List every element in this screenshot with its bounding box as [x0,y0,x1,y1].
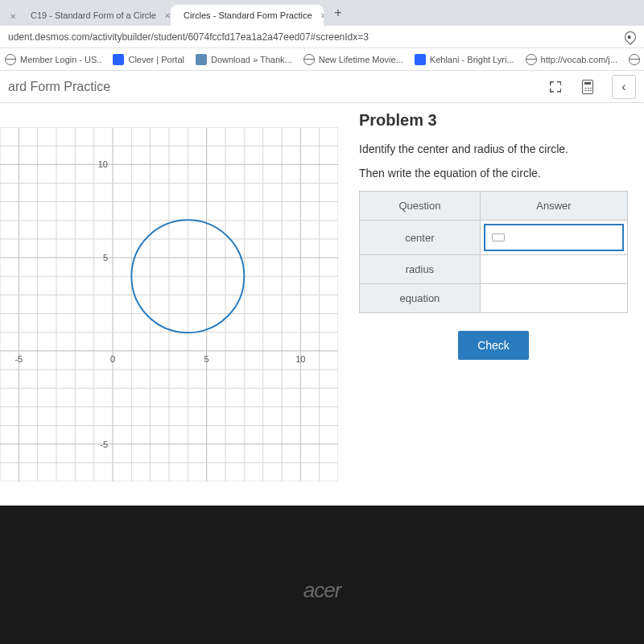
prev-screen-button[interactable]: ‹ [612,75,636,99]
bookmark-item[interactable]: Download » Thank... [196,54,292,65]
bookmark-item[interactable]: Kehlani - Bright Lyri... [415,54,514,65]
check-button[interactable]: Check [458,331,529,360]
bookmarks-bar: Member Login - US.. Clever | Portal Down… [0,48,644,71]
browser-tab-0[interactable]: C19 - Standard Form of a Circle ✕ [18,5,171,26]
globe-icon [629,54,640,65]
svg-text:10: 10 [98,159,108,169]
bookmark-item[interactable]: http://vocab.com/j... [526,54,617,65]
bookmark-item[interactable]: Clever | Portal [113,54,184,65]
calculator-button[interactable] [580,79,596,95]
fullscreen-button[interactable] [547,79,564,95]
svg-text:10: 10 [295,354,305,364]
table-row: radius [360,255,628,284]
download-icon [196,54,207,65]
svg-text:-5: -5 [14,354,23,364]
close-icon[interactable]: ✕ [10,12,16,21]
bookmark-item[interactable]: New Lifetime Movie... [303,54,403,65]
browser-tab-partial[interactable]: ✕ [3,7,18,26]
browser-tab-strip: ✕ C19 - Standard Form of a Circle ✕ Circ… [0,0,644,26]
activity-title: ard Form Practice [8,80,110,94]
problem-title: Problem 3 [359,111,628,130]
clever-icon [113,54,124,65]
laptop-brand: acer [303,578,341,603]
bookmark-label: New Lifetime Movie... [319,55,403,64]
svg-text:-5: -5 [100,440,108,449]
coordinate-grid: -50510-5510 [0,127,338,481]
bookmark-item[interactable]: Member Login - US.. [5,54,101,65]
chevron-left-icon: ‹ [621,80,625,94]
new-tab-button[interactable]: + [328,3,348,23]
table-row: center [360,221,628,255]
col-question-header: Question [360,192,481,221]
location-icon[interactable] [622,29,638,45]
col-answer-header: Answer [480,192,627,221]
laptop-bezel: acer [0,506,644,644]
fullscreen-icon [550,81,561,93]
globe-icon [526,54,537,65]
svg-text:0: 0 [110,354,115,364]
az-icon [415,54,426,65]
globe-icon [5,54,16,65]
globe-icon [303,54,315,65]
row-label-equation: equation [360,284,481,313]
url-text: udent.desmos.com/activitybuilder/student… [8,31,618,43]
bookmark-label: Download » Thank... [211,55,292,64]
center-input[interactable] [484,224,624,251]
answer-cell-radius[interactable] [480,255,627,284]
svg-text:5: 5 [204,354,209,364]
row-label-center: center [360,221,481,255]
problem-instruction-1: Identify the center and radius of the ci… [359,142,628,155]
close-icon[interactable]: ✕ [320,11,324,20]
answer-cell-equation[interactable] [480,284,627,313]
app-header: ard Form Practice ‹ [0,71,644,103]
problem-instruction-2: Then write the equation of the circle. [359,167,628,180]
bookmark-label: Kehlani - Bright Lyri... [430,55,514,64]
tab-title: C19 - Standard Form of a Circle [31,10,156,20]
problem-pane: Problem 3 Identify the center and radius… [338,103,644,506]
svg-text:5: 5 [103,253,108,262]
browser-tab-1[interactable]: Circles - Standard Form Practice ✕ [171,5,324,26]
address-bar[interactable]: udent.desmos.com/activitybuilder/student… [0,26,644,48]
bookmark-label: http://vocab.com/j... [541,55,617,64]
bookmark-label: Clever | Portal [128,55,184,64]
bookmark-item[interactable]: FinalExamSchedul... [629,54,644,65]
tab-title: Circles - Standard Form Practice [184,10,312,20]
bookmark-label: Member Login - US.. [20,55,101,64]
table-row: equation [360,284,628,313]
graph-pane[interactable]: -50510-5510 [0,103,338,506]
answer-table: Question Answer center radius [359,191,628,313]
answer-cell-center[interactable] [480,221,627,255]
close-icon[interactable]: ✕ [164,11,171,20]
calculator-icon [582,80,593,94]
row-label-radius: radius [360,255,481,284]
